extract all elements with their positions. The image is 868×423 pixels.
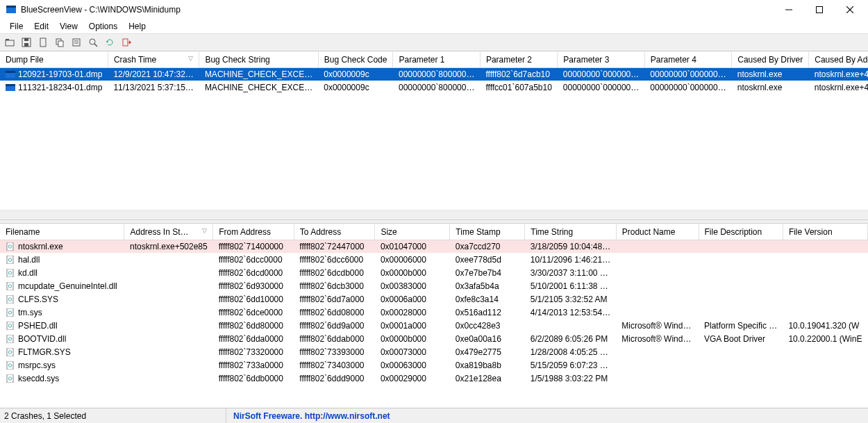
doc-icon[interactable]	[36, 35, 50, 49]
cell	[616, 292, 699, 306]
cell: fffff802`6dd08000	[294, 306, 375, 319]
cell	[124, 358, 213, 372]
refresh-icon[interactable]	[103, 35, 117, 49]
cell: 0x00028000	[375, 306, 450, 319]
table-row[interactable]: ntoskrnl.exentoskrnl.exe+502e85fffff802`…	[0, 240, 868, 253]
table-row[interactable]: mcupdate_GenuineIntel.dllfffff802`6d9300…	[0, 279, 868, 292]
cell: 0x00029000	[375, 372, 450, 385]
column-header[interactable]: Crash Time▽	[108, 52, 199, 67]
cell: 0x0000009c	[318, 81, 393, 94]
sort-indicator-icon: ▽	[188, 55, 193, 62]
table-row[interactable]: FLTMGR.SYSfffff802`73320000fffff802`7339…	[0, 345, 868, 358]
cell: 00000000`800000…	[393, 81, 480, 94]
status-link[interactable]: NirSoft Freeware. http://www.nirsoft.net	[226, 411, 868, 421]
cell	[124, 306, 213, 319]
cell	[783, 266, 867, 279]
column-header[interactable]: Bug Check String	[199, 52, 318, 67]
table-row[interactable]: kd.dllfffff802`6dcd0000fffff802`6dcdb000…	[0, 266, 868, 279]
cell	[699, 358, 783, 372]
cell: 5/10/2001 6:11:38 …	[525, 279, 616, 292]
exit-icon[interactable]	[119, 35, 133, 49]
cell: fffff802`6d930000	[213, 279, 294, 292]
cell: fffff802`6dd9a000	[294, 319, 375, 332]
column-header[interactable]: Product Name	[616, 224, 699, 240]
cell: ntoskrnl.exe+502e85	[124, 240, 213, 253]
column-header[interactable]: File Version	[783, 224, 867, 240]
cell: 0x21e128ea	[450, 372, 525, 385]
cell	[699, 292, 783, 306]
column-header[interactable]: Bug Check Code	[318, 52, 393, 67]
copy-icon[interactable]	[53, 35, 67, 49]
props-icon[interactable]	[69, 35, 83, 49]
status-count: 2 Crashes, 1 Selected	[0, 408, 226, 423]
column-header[interactable]: Parameter 3	[558, 52, 644, 67]
menu-view[interactable]: View	[54, 20, 83, 33]
column-header[interactable]: File Description	[699, 224, 783, 240]
dump-table[interactable]: Dump FileCrash Time▽Bug Check StringBug …	[0, 52, 868, 94]
table-row[interactable]: PSHED.dllfffff802`6dd80000fffff802`6dd9a…	[0, 319, 868, 332]
menu-edit[interactable]: Edit	[28, 20, 54, 33]
column-header[interactable]: Caused By Driver	[732, 52, 809, 67]
table-row[interactable]: 120921-19703-01.dmp12/9/2021 10:47:32…MA…	[0, 67, 868, 81]
cell: 00000000`000000…	[558, 81, 644, 94]
column-header[interactable]: From Address	[213, 224, 294, 240]
svg-rect-39	[7, 322, 13, 330]
module-file-icon	[6, 322, 15, 330]
column-header[interactable]: Parameter 4	[644, 52, 731, 67]
column-header[interactable]: Parameter 2	[480, 52, 557, 67]
column-header[interactable]: Address In St…▽	[124, 224, 213, 240]
table-row[interactable]: msrpc.sysfffff802`733a0000fffff802`73403…	[0, 358, 868, 372]
column-header[interactable]: To Address	[294, 224, 375, 240]
cell	[616, 253, 699, 266]
svg-line-18	[94, 44, 97, 47]
cell	[124, 292, 213, 306]
cell: 10.0.19041.320 (W	[783, 319, 867, 332]
table-row[interactable]: BOOTVID.dllfffff802`6dda0000fffff802`6dd…	[0, 332, 868, 345]
column-header[interactable]: Dump File	[0, 52, 108, 67]
maximize-button[interactable]	[804, 0, 835, 19]
cell: 00000000`000000…	[644, 81, 731, 94]
cell: fffff802`73320000	[213, 345, 294, 358]
cell: 10.0.22000.1 (WinE	[783, 332, 867, 345]
table-row[interactable]: 111321-18234-01.dmp11/13/2021 5:37:15…MA…	[0, 81, 868, 94]
find-icon[interactable]	[86, 35, 100, 49]
close-button[interactable]	[835, 0, 865, 19]
column-header[interactable]: Time Stamp	[450, 224, 525, 240]
cell: 0xee778d5d	[450, 253, 525, 266]
cell	[616, 306, 699, 319]
column-header[interactable]: Parameter 1	[393, 52, 480, 67]
svg-rect-24	[6, 71, 15, 73]
svg-rect-6	[6, 40, 14, 46]
column-header[interactable]: Filename	[0, 224, 124, 240]
cell: VGA Boot Driver	[699, 332, 783, 345]
menu-options[interactable]: Options	[83, 20, 123, 33]
menu-file[interactable]: File	[4, 20, 28, 33]
cell	[616, 240, 699, 253]
column-header[interactable]: Caused By Addres	[809, 52, 868, 67]
minimize-button[interactable]	[774, 0, 804, 19]
open-icon[interactable]	[3, 35, 17, 49]
cell	[699, 345, 783, 358]
table-row[interactable]: tm.sysfffff802`6dce0000fffff802`6dd08000…	[0, 306, 868, 319]
module-table[interactable]: FilenameAddress In St…▽From AddressTo Ad…	[0, 224, 868, 385]
cell	[783, 358, 867, 372]
cell	[616, 266, 699, 279]
cell: fffff802`6dda0000	[213, 332, 294, 345]
column-header[interactable]: Size	[375, 224, 450, 240]
table-row[interactable]: CLFS.SYSfffff802`6dd10000fffff802`6dd7a0…	[0, 292, 868, 306]
svg-rect-3	[817, 7, 823, 13]
cell: MACHINE_CHECK_EXCE…	[199, 67, 318, 81]
cell: 00000000`000000…	[644, 67, 731, 81]
module-list-scroll[interactable]: FilenameAddress In St…▽From AddressTo Ad…	[0, 224, 868, 408]
table-row[interactable]: ksecdd.sysfffff802`6ddb0000fffff802`6ddd…	[0, 372, 868, 385]
menu-help[interactable]: Help	[123, 20, 151, 33]
column-header[interactable]: Time String	[525, 224, 616, 240]
cell: Microsoft® Wind…	[616, 319, 699, 332]
svg-rect-9	[24, 43, 28, 47]
dump-list-scroll[interactable]: Dump FileCrash Time▽Bug Check StringBug …	[0, 52, 868, 210]
module-list-pane: FilenameAddress In St…▽From AddressTo Ad…	[0, 224, 868, 408]
scrollbar[interactable]	[0, 210, 868, 219]
save-icon[interactable]	[19, 35, 33, 49]
cell	[699, 279, 783, 292]
table-row[interactable]: hal.dllfffff802`6dcc0000fffff802`6dcc600…	[0, 253, 868, 266]
